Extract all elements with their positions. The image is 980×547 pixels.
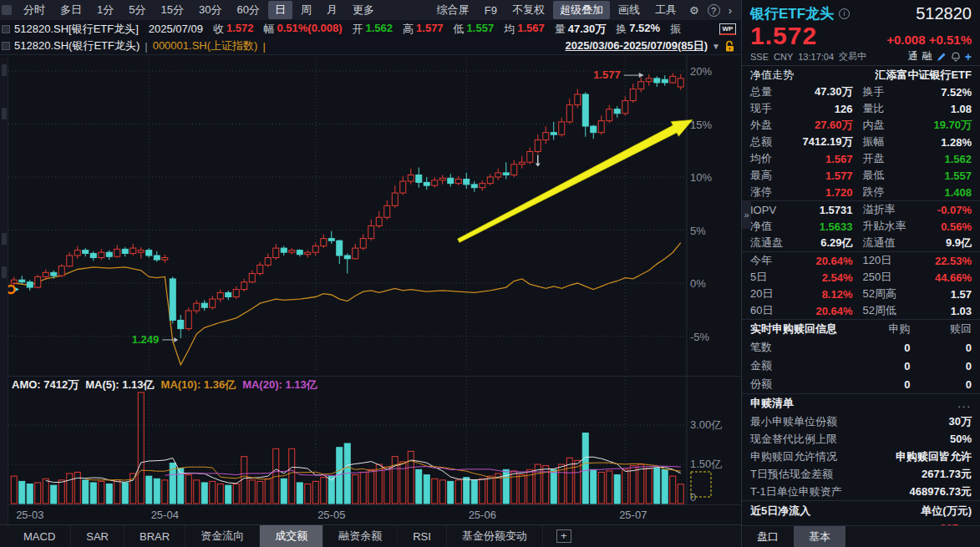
period-tab-8[interactable]: 日: [268, 1, 292, 19]
period-tab-10[interactable]: 月: [320, 1, 344, 19]
subscription-section: 实时申购赎回信息 申购 赎回 笔数00金额00份额00: [742, 319, 980, 393]
redemption-row-2: 现金替代比例上限50%: [742, 430, 980, 448]
stat-value: 1.5731: [797, 204, 853, 216]
svg-text:20%: 20%: [690, 65, 712, 78]
last-price: 1.572: [750, 23, 817, 48]
collapse-panel-handle[interactable]: »: [742, 200, 751, 229]
stats2-row-1: IOPV1.5731溢折率-0.07%: [742, 201, 980, 218]
redemption-value: 30万: [949, 414, 972, 429]
series-mini-icon: [2, 42, 10, 50]
help-icon[interactable]: ?: [708, 4, 720, 17]
range-controls: 2025/03/06-2025/07/09(85日) ▼: [566, 38, 736, 53]
stat-value: 1.577: [797, 170, 853, 182]
wp-push-icon[interactable]: WP: [719, 23, 736, 35]
info-icon[interactable]: i: [839, 8, 850, 19]
stat-value: 1.08: [917, 103, 972, 115]
period-tab-7[interactable]: 60分: [230, 1, 266, 19]
nav-trend-link[interactable]: 净值走势: [750, 68, 794, 83]
tool-button-5[interactable]: 画线: [612, 1, 647, 19]
caret-down-icon[interactable]: ▼: [712, 42, 720, 51]
stats-block-1: 总量47.30万换手7.52%现手126量比1.08外盘27.60万内盘19.7…: [742, 84, 980, 200]
indicator-tab-7[interactable]: RSI: [398, 525, 447, 547]
settings-gear-icon[interactable]: ⚙: [685, 3, 703, 18]
svg-text:10%: 10%: [690, 171, 712, 184]
tool-button-2[interactable]: F9: [478, 3, 504, 18]
tool-button-3[interactable]: 不复权: [505, 1, 551, 19]
quote-field-3: 开1.562: [353, 22, 394, 37]
chevron-right-icon[interactable]: ›: [724, 3, 736, 18]
subscription-col-buy: 申购: [849, 322, 911, 337]
sub-redeem-value: 0: [911, 378, 972, 391]
indicator-tab-2[interactable]: SAR: [71, 525, 124, 547]
indicator-tab-6[interactable]: 融资余额: [323, 525, 398, 547]
stat-value: 19.70万: [917, 118, 972, 133]
period-tab-1[interactable]: 分时: [17, 1, 52, 19]
indicator-tab-8[interactable]: 基金份额变动: [447, 525, 543, 547]
unlock-icon[interactable]: [724, 40, 736, 53]
field-value: 1.567: [517, 22, 545, 37]
period-tab-5[interactable]: 15分: [154, 1, 190, 19]
price-change: +0.008: [886, 33, 925, 47]
candles-layer: [11, 73, 683, 339]
stat-value: 44.66%: [917, 271, 972, 284]
volume-pane[interactable]: AMO: 7412万MA(5): 1.13亿MA(10): 1.36亿MA(20…: [0, 376, 741, 504]
left-collapsed-sidebar[interactable]: [0, 58, 8, 524]
stats1-row-5: 均价1.567开盘1.562: [742, 150, 980, 167]
quote-field-9: 振: [670, 22, 681, 37]
volume-ma-label-3: MA(10): 1.36亿: [161, 378, 236, 391]
field-label: 振: [670, 22, 681, 37]
volume-indicator-header: AMO: 7412万MA(5): 1.13亿MA(10): 1.36亿MA(20…: [12, 377, 324, 393]
indicator-tab-1[interactable]: MACD: [8, 525, 71, 547]
overlay-series-label[interactable]: 000001.SH(上证指数): [153, 38, 258, 53]
field-label: 量: [555, 22, 566, 37]
side-panel-tab-1[interactable]: 盘口: [742, 526, 794, 547]
netflow-unit: 单位(万元): [921, 504, 972, 519]
date-range-selector[interactable]: 2025/03/06-2025/07/09(85日): [566, 38, 708, 53]
indicator-tab-5[interactable]: 成交额: [260, 525, 323, 547]
x-axis-label-5: 25-07: [619, 509, 647, 521]
redemption-label: 现金替代比例上限: [750, 432, 837, 447]
period-tab-6[interactable]: 30分: [192, 1, 228, 19]
margin-badge-1: 通: [908, 49, 918, 63]
sidebar-tick: [2, 233, 7, 245]
sub-buy-value: 0: [849, 378, 911, 391]
subscription-row-1: 笔数00: [742, 338, 980, 357]
indicator-tab-4[interactable]: 资金流向: [185, 525, 260, 547]
stat-value: 2.54%: [797, 271, 853, 284]
high-price-label: 1.577: [593, 68, 621, 81]
sub-buy-value: 0: [849, 342, 911, 354]
period-tab-2[interactable]: 多日: [53, 1, 89, 19]
stat-label: 流通盘: [750, 236, 797, 251]
indicator-tab-3[interactable]: BRAR: [124, 525, 185, 547]
stat-value: 1.03: [917, 305, 972, 317]
side-panel-tab-2[interactable]: 基本: [794, 526, 845, 547]
tool-button-1[interactable]: 综合屏: [430, 1, 476, 19]
quote-fields: 收1.572幅0.51%(0.008)开1.562高1.577低1.557均1.…: [213, 22, 681, 37]
period-tab-11[interactable]: 更多: [346, 1, 381, 19]
stat-value: 27.60万: [797, 118, 853, 133]
more-button[interactable]: ...: [957, 398, 972, 410]
stat-label: IOPV: [750, 204, 797, 216]
stats1-row-3: 外盘27.60万内盘19.70万: [742, 117, 980, 134]
stat-label: 52周低: [863, 303, 917, 318]
stat-value: 1.720: [797, 186, 853, 199]
candlestick-chart-pane[interactable]: 20%15%10%5%0%-5%1.5771.249: [0, 55, 741, 376]
tool-button-4[interactable]: 超级叠加: [553, 1, 610, 19]
period-tab-3[interactable]: 1分: [90, 1, 120, 19]
svg-text:3.00亿: 3.00亿: [690, 418, 722, 431]
primary-series-label[interactable]: 512820.SH(银行ETF龙头): [14, 38, 140, 53]
separator: |: [145, 40, 147, 53]
sidebar-tick: [2, 266, 7, 278]
period-tab-4[interactable]: 5分: [122, 1, 152, 19]
period-tab-9[interactable]: 周: [294, 1, 318, 19]
add-to-watchlist-icon[interactable]: +: [965, 50, 972, 63]
add-indicator-button[interactable]: +: [556, 529, 571, 543]
margin-badge-2: 融: [922, 49, 932, 63]
field-label: 低: [454, 22, 465, 37]
tool-button-6[interactable]: 工具: [648, 1, 683, 19]
stat-value: 1.557: [917, 170, 972, 182]
alert-bell-icon: [951, 52, 961, 62]
redemption-label: T-1日单位申赎资产: [750, 484, 842, 499]
redemption-label: T日预估现金差额: [750, 467, 833, 482]
field-label: 均: [504, 22, 515, 37]
